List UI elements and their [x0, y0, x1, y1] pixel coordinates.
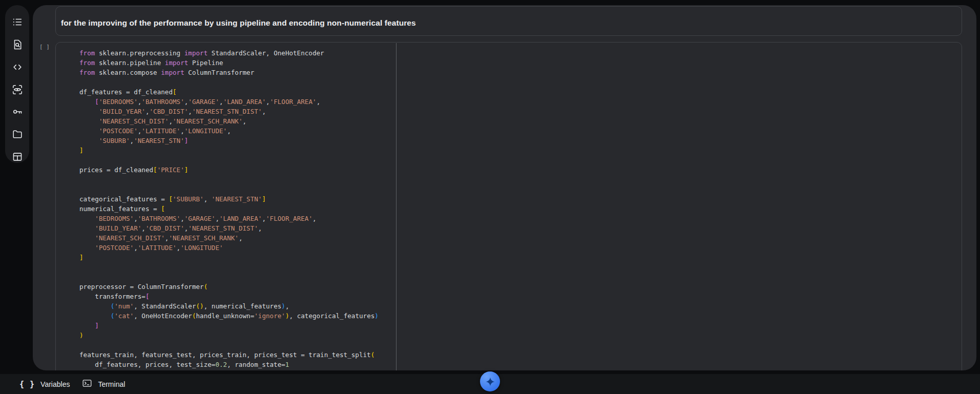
- eye-scan-button[interactable]: [11, 84, 24, 96]
- code-line: 'BUILD_YEAR','CBD_DIST','NEAREST_STN_DIS…: [79, 107, 957, 116]
- files-button[interactable]: [11, 128, 24, 140]
- markdown-cell[interactable]: for the improving of the performance by …: [55, 6, 962, 36]
- data-table-button[interactable]: [11, 151, 24, 163]
- code-line: [79, 184, 957, 194]
- terminal-icon: [82, 379, 92, 389]
- code-line: [79, 340, 957, 350]
- code-line: [79, 155, 957, 165]
- code-line: 'BEDROOMS','BATHROOMS','GARAGE','LAND_AR…: [79, 214, 957, 223]
- code-line: from sklearn.pipeline import Pipeline: [79, 58, 957, 68]
- code-line: from sklearn.preprocessing import Standa…: [79, 48, 957, 58]
- code-line: ]: [79, 321, 957, 330]
- code-line: [79, 77, 957, 87]
- folder-icon: [12, 129, 23, 140]
- cell-run-indicator[interactable]: [ ]: [39, 44, 50, 50]
- code-line: prices = df_cleaned['PRICE']: [79, 165, 957, 175]
- terminal-label: Terminal: [98, 380, 125, 388]
- code-line: 'POSTCODE','LATITUDE','LONGITUDE',: [79, 126, 957, 136]
- code-line: ('num', StandardScaler(), numerical_feat…: [79, 301, 957, 311]
- code-line: ('cat', OneHotEncoder(handle_unknown='ig…: [79, 311, 957, 321]
- code-line: 'BUILD_YEAR','CBD_DIST','NEAREST_STN_DIS…: [79, 223, 957, 233]
- code-snippets-button[interactable]: [11, 61, 24, 73]
- table-of-contents-button[interactable]: [11, 16, 24, 28]
- code-line: df_features = df_cleaned[: [79, 87, 957, 97]
- spark-icon: [485, 376, 496, 387]
- code-line: ['BEDROOMS','BATHROOMS','GARAGE','LAND_A…: [79, 97, 957, 107]
- code-line: transformers=[: [79, 292, 957, 301]
- terminal-button[interactable]: Terminal: [82, 379, 125, 389]
- find-in-page-icon: [12, 39, 23, 50]
- code-editor[interactable]: from sklearn.preprocessing import Standa…: [79, 48, 957, 369]
- code-cell[interactable]: from sklearn.preprocessing import Standa…: [55, 42, 962, 370]
- variables-label: Variables: [40, 380, 70, 388]
- eye-scan-icon: [12, 84, 23, 95]
- code-line: 'NEAREST_SCH_DIST','NEAREST_SCH_RANK',: [79, 233, 957, 243]
- variables-button[interactable]: { } Variables: [19, 380, 70, 389]
- code-line: features_train, features_test, prices_tr…: [79, 350, 957, 360]
- secrets-button[interactable]: [11, 106, 24, 118]
- gemini-spark-button[interactable]: [480, 371, 500, 391]
- code-line: 'NEAREST_SCH_DIST','NEAREST_SCH_RANK',: [79, 116, 957, 126]
- code-line: [79, 272, 957, 282]
- code-line: numerical_features = [: [79, 204, 957, 214]
- markdown-heading: for the improving of the performance by …: [61, 18, 416, 28]
- find-in-page-button[interactable]: [11, 38, 24, 51]
- table-of-contents-icon: [12, 16, 23, 28]
- code-line: df_features, prices, test_size=0.2, rand…: [79, 360, 957, 369]
- code-line: preprocessor = ColumnTransformer(: [79, 282, 957, 292]
- left-icon-rail: [5, 5, 29, 163]
- code-line: [79, 175, 957, 184]
- code-line: ]: [79, 253, 957, 262]
- notebook-content-panel: for the improving of the performance by …: [33, 5, 976, 370]
- table-grid-icon: [12, 151, 23, 162]
- code-line: from sklearn.compose import ColumnTransf…: [79, 68, 957, 77]
- code-line: 'SUBURB','NEAREST_STN']: [79, 136, 957, 146]
- code-line: [79, 262, 957, 272]
- variables-braces-icon: { }: [19, 380, 35, 389]
- code-line: categorical_features = ['SUBURB', 'NEARE…: [79, 194, 957, 204]
- code-icon: [12, 61, 23, 73]
- code-line: 'POSTCODE','LATITUDE','LONGITUDE': [79, 243, 957, 253]
- code-line: ]: [79, 146, 957, 155]
- code-line: ): [79, 330, 957, 340]
- key-icon: [12, 106, 23, 117]
